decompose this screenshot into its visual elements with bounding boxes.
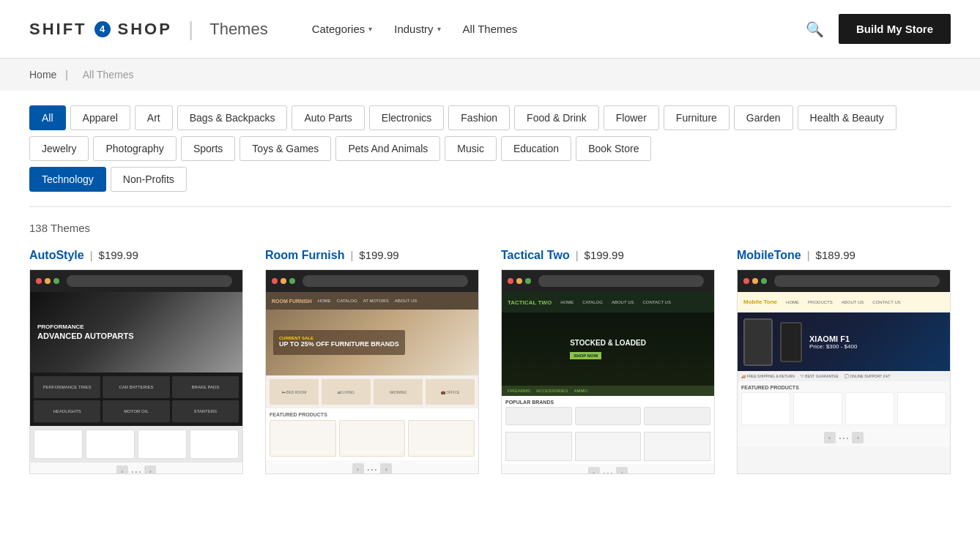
sc-mt-pagination: ‹ • • • › [738, 429, 950, 446]
filter-art[interactable]: Art [135, 105, 173, 130]
build-my-store-button[interactable]: Build My Store [839, 14, 951, 44]
theme-name-tactical[interactable]: Tactical Two [501, 249, 570, 262]
theme-price-mobiletone: $189.99 [816, 249, 855, 261]
theme-divider-mobiletone: | [807, 249, 810, 261]
filter-apparel[interactable]: Apparel [70, 105, 130, 130]
filter-toys-games[interactable]: Toys & Games [240, 136, 331, 161]
sc-dot-yellow [45, 278, 51, 284]
sc-rf-banner-text: UP TO 25% OFF FURNITURE BRANDS [279, 340, 399, 349]
theme-divider-tactical: | [576, 249, 579, 261]
filter-sports[interactable]: Sports [181, 136, 235, 161]
filter-flower[interactable]: Flower [604, 105, 659, 130]
sc-mt-features-bar: 🚚 FREE SHIPPING & RETURN 🛡 BEST GUARANTE… [738, 371, 950, 381]
filter-fashion[interactable]: Fashion [448, 105, 510, 130]
filter-pets-animals[interactable]: Pets And Animals [335, 136, 440, 161]
search-button[interactable]: 🔍 [806, 20, 824, 38]
filter-technology[interactable]: Technology [29, 167, 106, 192]
filter-food-drink[interactable]: Food & Drink [514, 105, 599, 130]
main-nav: Categories ▾ Industry ▾ All Themes [312, 23, 806, 35]
sc-dot-green-tac [525, 278, 531, 284]
filter-bags-backpacks[interactable]: Bags & Backpacks [177, 105, 288, 130]
sc-prev-arrow: ‹ [116, 465, 128, 474]
sc-rf-cats: 🛏 BED ROOM 🛋 LIVING 🍽 DINING 💼 OFFICE [266, 375, 478, 408]
theme-thumbnail-tactical[interactable]: TACTICAL TWO HOME CATALOG ABOUT US CONTA… [501, 269, 715, 474]
filter-garden[interactable]: Garden [734, 105, 793, 130]
sc-rf-hero: CURRENT SALE UP TO 25% OFF FURNITURE BRA… [266, 310, 478, 375]
categories-chevron-icon: ▾ [368, 25, 372, 33]
results-section: 138 Themes AutoStyle | $199.99 PROFORMAN… [0, 207, 980, 489]
sc-tac-products-area [502, 429, 714, 464]
sc-tac-brand-row [505, 407, 710, 425]
sc-grid-item-4: HEADLIGHTS [34, 400, 100, 422]
theme-card-header-mobiletone: MobileTone | $189.99 [737, 249, 951, 262]
sc-mt-feature-row: 🚚 FREE SHIPPING & RETURN 🛡 BEST GUARANTE… [741, 374, 946, 378]
sc-tac-brands: POPULAR BRANDS [502, 396, 714, 429]
sc-rf-nav-item2: CATALOG [337, 299, 357, 303]
filter-electronics[interactable]: Electronics [369, 105, 444, 130]
theme-price-tactical: $199.99 [584, 249, 624, 261]
nav-all-themes[interactable]: All Themes [463, 23, 518, 35]
sc-tac-nav-3: ABOUT US [612, 300, 634, 304]
sc-grid-item-3: BRAKE PADS [172, 376, 239, 398]
sc-mt-header: Mobile Tone HOME PRODUCTS ABOUT US CONTA… [738, 292, 950, 312]
sc-tac-header: TACTICAL TWO HOME CATALOG ABOUT US CONTA… [502, 292, 714, 312]
industry-chevron-icon: ▾ [437, 25, 441, 33]
theme-name-roomfurnish[interactable]: Room Furnish [265, 249, 344, 262]
sc-mt-hero-text: XIAOMI F1 Price: $300 - $400 [809, 334, 857, 350]
next-arrow-icon: › [149, 468, 152, 475]
sc-tac-nav-2: CATALOG [582, 300, 603, 304]
logo-text-left: SHIFT [29, 20, 87, 39]
theme-name-autostyle[interactable]: AutoStyle [29, 249, 84, 262]
sc-dot-green-mt [761, 278, 767, 284]
sc-rf-prod-row [270, 420, 475, 457]
sc-mt-prod-1 [741, 392, 790, 425]
theme-card-header-roomfurnish: Room Furnish | $199.99 [265, 249, 479, 262]
sc-tac-hero: STOCKED & LOADED SHOP NOW [502, 312, 714, 386]
nav-categories[interactable]: Categories ▾ [312, 23, 373, 35]
sc-rf-cat-1: 🛏 BED ROOM [270, 379, 319, 405]
all-themes-label: All Themes [463, 23, 518, 35]
sc-rf-prod-3 [408, 420, 475, 457]
sc-dot-yellow-rf [281, 278, 286, 284]
filter-music[interactable]: Music [445, 136, 497, 161]
sc-tac-next: › [616, 467, 628, 474]
sc-url-bar-mt [774, 275, 940, 287]
sc-rf-prod-2 [339, 420, 406, 457]
theme-thumbnail-roomfurnish[interactable]: ROOM FURNISH HOME CATALOG AT MOTORS ABOU… [265, 269, 479, 474]
sc-mt-nav-4: CONTACT US [872, 300, 900, 304]
theme-thumbnail-mobiletone[interactable]: Mobile Tone HOME PRODUCTS ABOUT US CONTA… [737, 269, 951, 474]
sc-tac-prod-1 [505, 432, 572, 461]
sc-rf-nav-item1: HOME [318, 299, 331, 303]
sc-url-bar-tac [538, 275, 704, 287]
filter-all[interactable]: All [29, 105, 66, 130]
breadcrumb-home[interactable]: Home [29, 69, 56, 81]
theme-card-tactical: Tactical Two | $199.99 TACTICAL TWO HOME… [501, 249, 715, 474]
filter-health-beauty[interactable]: Health & Beauty [798, 105, 897, 130]
filter-book-store[interactable]: Book Store [576, 136, 651, 161]
sc-tac-shop-btn: SHOP NOW [570, 352, 601, 359]
filter-auto-parts[interactable]: Auto Parts [292, 105, 364, 130]
filter-non-profits[interactable]: Non-Profits [111, 167, 187, 192]
theme-card-autostyle: AutoStyle | $199.99 PROFORMANCE ADVANCED… [29, 249, 243, 474]
filter-jewelry[interactable]: Jewelry [29, 136, 89, 161]
logo-text-right: SHOP [118, 20, 172, 39]
filter-furniture[interactable]: Furniture [664, 105, 730, 130]
sc-tac-hero-text: STOCKED & LOADED [570, 339, 646, 347]
sc-dot-yellow-tac [516, 278, 522, 284]
theme-card-header-autostyle: AutoStyle | $199.99 [29, 249, 243, 262]
header-right: 🔍 Build My Store [806, 14, 951, 44]
sc-tac-brands-label: POPULAR BRANDS [505, 400, 710, 405]
sc-hero-line2: ADVANCED AUTOPARTS [37, 331, 134, 342]
sc-autostyle-pagination: ‹ • • • › [30, 463, 242, 474]
sc-mt-prod-row [741, 392, 946, 425]
sc-mt-prod-2 [793, 392, 842, 425]
theme-thumbnail-autostyle[interactable]: PROFORMANCE ADVANCED AUTOPARTS PERFORMAN… [29, 269, 243, 474]
sc-hero-line1: PROFORMANCE [37, 323, 134, 331]
filter-photography[interactable]: Photography [93, 136, 176, 161]
sc-tac-pagination: ‹ • • • › [502, 464, 714, 474]
sc-rf-dots: • • • [368, 466, 377, 473]
sc-mt-logo: Mobile Tone [743, 299, 777, 305]
theme-name-mobiletone[interactable]: MobileTone [737, 249, 801, 262]
nav-industry[interactable]: Industry ▾ [394, 23, 440, 35]
filter-education[interactable]: Education [501, 136, 571, 161]
